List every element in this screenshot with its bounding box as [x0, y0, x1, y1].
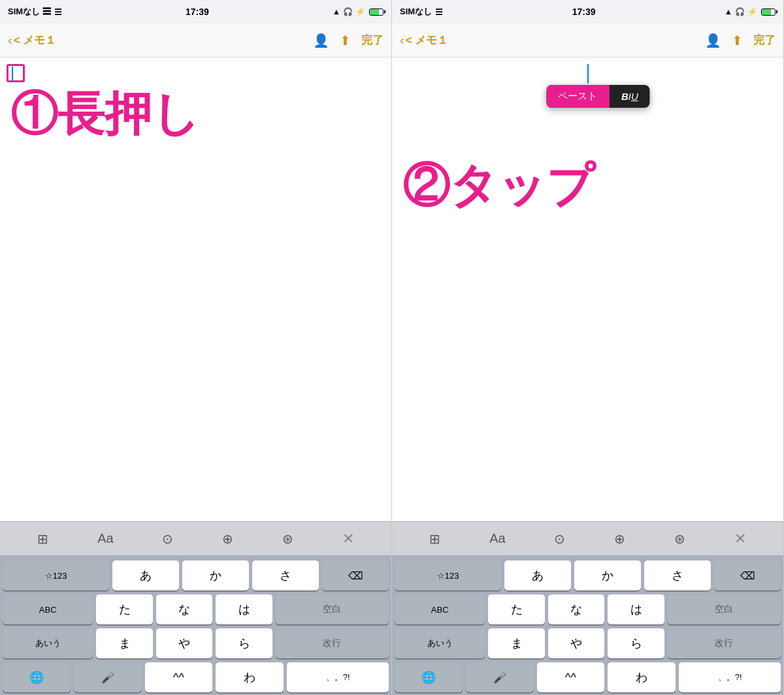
close-icon-2[interactable]: ✕: [734, 530, 746, 547]
keyboard-1: ☆123 あ か さ ⌫ ABC た な は 空白 あいう ま や ら 改行 🌐…: [0, 555, 391, 695]
kb-row3-1: あいう ま や ら 改行: [3, 628, 389, 658]
note-area-1[interactable]: ①長押し: [0, 57, 391, 521]
kb-row2-1: ABC た な は 空白: [3, 594, 389, 624]
kb-ya-2[interactable]: や: [548, 628, 605, 658]
step-label-1: ①長押し: [10, 90, 200, 137]
share-icon-2[interactable]: ⬆: [732, 33, 743, 48]
contact-add-icon-2[interactable]: 👤: [705, 33, 721, 48]
wifi-icon-1: ☰: [54, 7, 62, 17]
kb-del-2[interactable]: ⌫: [714, 560, 781, 590]
kb-aiue-1[interactable]: あいう: [3, 628, 93, 658]
kb-abc-2[interactable]: ABC: [395, 594, 485, 624]
back-button-2[interactable]: ‹ < メモ１: [400, 33, 448, 48]
bold-label: B: [621, 91, 629, 102]
kb-ta-2[interactable]: た: [488, 594, 545, 624]
done-button-1[interactable]: 完了: [361, 33, 384, 48]
panel-2: SIMなし ☰ 17:39 ▲ 🎧 ⚡ ‹ < メモ１ 👤 ⬆ 完了: [392, 0, 784, 695]
kb-mic-1[interactable]: 🎤: [74, 662, 142, 692]
kb-globe-1[interactable]: 🌐: [3, 662, 71, 692]
cursor-container-2: [587, 64, 589, 86]
battery-icon-1: [369, 8, 384, 16]
contact-add-icon-1[interactable]: 👤: [313, 33, 329, 48]
kb-wa-1[interactable]: わ: [216, 662, 284, 692]
battery-bolt-1: ⚡: [355, 7, 365, 16]
pen-icon-1[interactable]: ⊛: [282, 531, 293, 547]
check-icon-2[interactable]: ⊙: [554, 531, 565, 547]
kb-ma-1[interactable]: ま: [96, 628, 153, 658]
status-right-1: ▲ 🎧 ⚡: [333, 7, 384, 16]
kb-mic-2[interactable]: 🎤: [466, 662, 534, 692]
kb-row1-1: ☆123 あ か さ ⌫: [3, 560, 389, 590]
share-icon-1[interactable]: ⬆: [340, 33, 351, 48]
cursor-2: [587, 64, 589, 84]
kb-abc-1[interactable]: ABC: [3, 594, 93, 624]
kb-punct-1[interactable]: 、。?!: [287, 662, 389, 692]
add-icon-2[interactable]: ⊕: [614, 531, 625, 547]
battery-bolt-2: ⚡: [747, 7, 757, 16]
kb-123-1[interactable]: ☆123: [3, 560, 109, 590]
kb-ka-2[interactable]: か: [574, 560, 641, 590]
signal-icon-2: ▲: [725, 7, 732, 16]
nav-actions-1: 👤 ⬆ 完了: [313, 33, 384, 48]
kb-123-2[interactable]: ☆123: [395, 560, 501, 590]
kb-ta-1[interactable]: た: [96, 594, 153, 624]
kb-ya-1[interactable]: や: [156, 628, 213, 658]
wifi-icon-2: ☰: [435, 7, 443, 17]
kb-a-1[interactable]: あ: [112, 560, 179, 590]
add-icon-1[interactable]: ⊕: [222, 531, 233, 547]
kb-na-1[interactable]: な: [156, 594, 213, 624]
panel-1: SIMなし ☰ ☰ 17:39 ▲ 🎧 ⚡ ‹ < メモ１ 👤 ⬆ 完了: [0, 0, 392, 695]
format-icon-1[interactable]: Aa: [97, 531, 113, 546]
kb-row3-2: あいう ま や ら 改行: [395, 628, 781, 658]
kb-wa-2[interactable]: わ: [608, 662, 676, 692]
kb-enter-2[interactable]: 改行: [668, 628, 781, 658]
kb-ha-2[interactable]: は: [608, 594, 664, 624]
kb-ha-1[interactable]: は: [216, 594, 272, 624]
paste-button[interactable]: ペースト: [546, 85, 610, 108]
kb-hat-2[interactable]: ^^: [537, 662, 605, 692]
status-bar-2: SIMなし ☰ 17:39 ▲ 🎧 ⚡: [392, 0, 783, 24]
note-area-2[interactable]: ペースト BIU ②タップ: [392, 57, 783, 521]
kb-globe-2[interactable]: 🌐: [395, 662, 463, 692]
kb-ra-2[interactable]: ら: [608, 628, 664, 658]
kb-enter-1[interactable]: 改行: [276, 628, 389, 658]
battery-fill-2: [762, 9, 771, 15]
kb-na-2[interactable]: な: [548, 594, 605, 624]
step-label-2: ②タップ: [402, 162, 595, 209]
biu-button[interactable]: BIU: [610, 86, 650, 107]
keyboard-2: ☆123 あ か さ ⌫ ABC た な は 空白 あいう ま や ら 改行 🌐…: [392, 555, 783, 695]
kb-a-2[interactable]: あ: [504, 560, 571, 590]
kb-sa-2[interactable]: さ: [644, 560, 711, 590]
table-icon-2[interactable]: ⊞: [429, 531, 440, 547]
back-button-1[interactable]: ‹ < メモ１: [8, 33, 56, 48]
done-button-2[interactable]: 完了: [753, 33, 776, 48]
kb-row4-2: 🌐 🎤 ^^ わ 、。?!: [395, 662, 781, 692]
kb-row4-1: 🌐 🎤 ^^ わ 、。?!: [3, 662, 389, 692]
status-left-1: SIMなし ☰ ☰: [8, 6, 62, 18]
underline-label: U: [631, 91, 638, 102]
table-icon-1[interactable]: ⊞: [37, 531, 48, 547]
context-menu-2: ペースト BIU: [546, 85, 650, 108]
nav-title-1: < メモ１: [14, 33, 57, 48]
status-left-2: SIMなし ☰: [400, 6, 443, 18]
kb-ka-1[interactable]: か: [182, 560, 249, 590]
kb-ma-2[interactable]: ま: [488, 628, 545, 658]
close-icon-1[interactable]: ✕: [342, 530, 354, 547]
pen-icon-2[interactable]: ⊛: [674, 531, 685, 547]
kb-ra-1[interactable]: ら: [216, 628, 272, 658]
kb-space-2[interactable]: 空白: [668, 594, 781, 624]
format-icon-2[interactable]: Aa: [489, 531, 505, 546]
cursor-box-1: [7, 64, 25, 82]
check-icon-1[interactable]: ⊙: [162, 531, 173, 547]
kb-punct-2[interactable]: 、。?!: [679, 662, 781, 692]
kb-space-1[interactable]: 空白: [276, 594, 389, 624]
sim-label-1: SIMなし ☰: [8, 6, 51, 18]
battery-icon-2: [761, 8, 776, 16]
kb-del-1[interactable]: ⌫: [322, 560, 389, 590]
kb-hat-1[interactable]: ^^: [145, 662, 213, 692]
cursor-1: [12, 67, 13, 84]
time-1: 17:39: [186, 7, 209, 17]
kb-sa-1[interactable]: さ: [252, 560, 319, 590]
status-right-2: ▲ 🎧 ⚡: [725, 7, 776, 16]
kb-aiue-2[interactable]: あいう: [395, 628, 485, 658]
